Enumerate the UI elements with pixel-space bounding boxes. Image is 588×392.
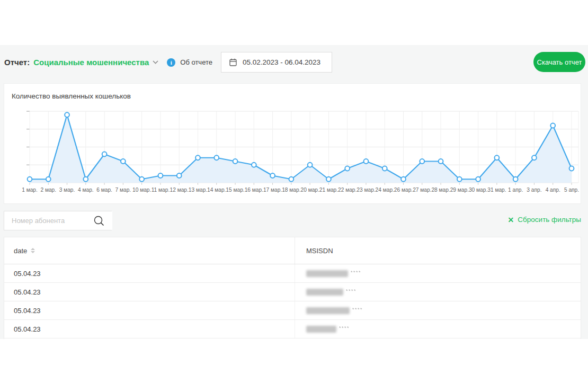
x-axis-label: 28 мар. (431, 187, 450, 193)
chart-point[interactable] (439, 159, 443, 164)
column-header-date[interactable]: date (4, 237, 295, 264)
chart-point[interactable] (83, 177, 88, 182)
x-axis-label: 30 мар. (469, 187, 487, 193)
chart-point[interactable] (46, 177, 51, 182)
close-icon: ✕ (508, 216, 514, 224)
chart-point[interactable] (139, 177, 144, 182)
report-selector-row: Отчет: Социальные мошенничества i Об отч… (4, 52, 212, 73)
masked-msisdn-blob (306, 326, 336, 333)
x-axis-label: 7 мар. (115, 187, 131, 193)
x-axis-label: 23 мар. (357, 187, 375, 193)
chart-point[interactable] (158, 173, 163, 178)
masked-msisdn-suffix: **** (346, 288, 357, 293)
x-axis-label: 21 мар. (319, 187, 338, 193)
chart-point[interactable] (494, 155, 499, 160)
calendar-icon (229, 58, 237, 66)
download-report-button[interactable]: Скачать отчет (533, 52, 585, 72)
cell-date: 05.04.23 (4, 264, 295, 282)
masked-msisdn-suffix: **** (352, 307, 363, 312)
chart-title: Количество выявленных кошельков (12, 92, 131, 100)
date-range-value: 05.02.2023 - 06.04.2023 (243, 58, 320, 66)
sort-icon[interactable] (31, 248, 35, 253)
results-table: date MSISDN 05.04.23****05.04.23****05.0… (4, 237, 581, 339)
chart-point[interactable] (513, 177, 518, 182)
chart-point[interactable] (214, 155, 219, 160)
reset-filters-label: Сбросить фильтры (518, 216, 581, 224)
x-axis-label: 13 мар. (189, 187, 207, 193)
subscriber-search-box (4, 211, 112, 230)
chart-point[interactable] (121, 159, 126, 164)
cell-msisdn: **** (295, 264, 581, 282)
x-axis-label: 27 мар. (413, 187, 431, 193)
cell-date: 05.04.23 (4, 283, 295, 301)
x-axis-label: 3 апр. (527, 187, 541, 193)
chart-point[interactable] (345, 166, 350, 171)
cell-msisdn: **** (295, 283, 581, 301)
chevron-down-icon[interactable] (153, 60, 158, 64)
x-axis-label: 12 мар. (170, 187, 189, 193)
report-select[interactable]: Социальные мошенничества (33, 58, 149, 67)
reset-filters-link[interactable]: ✕ Сбросить фильтры (508, 216, 581, 224)
x-axis-label: 16 мар. (245, 187, 263, 193)
cell-msisdn: **** (295, 301, 581, 319)
chart-point[interactable] (457, 177, 462, 182)
masked-msisdn-blob (306, 289, 343, 296)
cell-date: 05.04.23 (4, 320, 295, 338)
report-label: Отчет: (4, 58, 30, 67)
x-axis-label: 1 мар. (22, 187, 38, 193)
x-axis-label: 4 апр. (546, 187, 560, 193)
chart-point[interactable] (233, 159, 238, 164)
masked-msisdn-blob (306, 270, 348, 277)
x-axis-label: 15 мар. (226, 187, 244, 193)
about-report-link[interactable]: Об отчете (180, 58, 212, 66)
x-axis-label: 31 мар. (487, 187, 506, 193)
chart-point[interactable] (102, 152, 107, 157)
chart-point[interactable] (308, 163, 313, 167)
x-axis-label: 29 мар. (450, 187, 469, 193)
chart-point[interactable] (382, 166, 387, 171)
x-axis-label: 22 мар. (338, 187, 357, 193)
chart-point[interactable] (28, 177, 32, 182)
column-header-date-label: date (14, 247, 27, 255)
x-axis-label: 4 мар. (78, 187, 94, 193)
column-header-msisdn-label: MSISDN (306, 247, 333, 255)
x-axis-label: 20 мар. (300, 187, 319, 193)
wallets-chart-card: Количество выявленных кошельков 1 мар.2 … (4, 83, 581, 204)
x-axis-label: 26 мар. (394, 187, 413, 193)
wallet-chart[interactable]: 1 мар.2 мар.3 мар.4 мар.6 мар.7 мар.10 м… (4, 107, 582, 198)
chart-point[interactable] (289, 177, 293, 182)
x-axis-label: 24 мар. (376, 187, 394, 193)
cell-date: 05.04.23 (4, 301, 295, 319)
column-header-msisdn: MSISDN (295, 237, 581, 264)
chart-point[interactable] (326, 177, 331, 182)
x-axis-label: 10 мар. (132, 187, 151, 193)
chart-point[interactable] (401, 177, 406, 182)
x-axis-label: 5 апр. (564, 187, 579, 193)
table-row: 05.04.23**** (4, 320, 581, 338)
table-row: 05.04.23**** (4, 264, 581, 283)
chart-point[interactable] (532, 155, 537, 160)
chart-point[interactable] (550, 123, 555, 128)
table-row: 05.04.23**** (4, 301, 581, 320)
x-axis-label: 14 мар. (207, 187, 226, 193)
chart-point[interactable] (65, 112, 69, 117)
chart-point[interactable] (195, 155, 200, 160)
masked-msisdn-suffix: **** (351, 270, 361, 275)
chart-point[interactable] (420, 159, 424, 164)
chart-point[interactable] (569, 166, 574, 171)
x-axis-label: 18 мар. (282, 187, 300, 193)
date-range-picker[interactable]: 05.02.2023 - 06.04.2023 (221, 52, 332, 73)
cell-msisdn: **** (295, 320, 581, 338)
chart-point[interactable] (177, 173, 182, 178)
chart-point[interactable] (476, 177, 480, 182)
chart-point[interactable] (252, 163, 256, 167)
x-axis-label: 3 мар. (59, 187, 75, 193)
chart-point[interactable] (364, 159, 369, 164)
search-icon[interactable] (93, 215, 105, 229)
content-section: Отчет: Социальные мошенничества i Об отч… (0, 45, 588, 339)
masked-msisdn-suffix: **** (339, 325, 350, 331)
info-icon[interactable]: i (167, 58, 175, 67)
x-axis-label: 11 мар. (152, 187, 170, 193)
chart-point[interactable] (270, 173, 275, 178)
x-axis-label: 1 апр. (508, 187, 523, 193)
